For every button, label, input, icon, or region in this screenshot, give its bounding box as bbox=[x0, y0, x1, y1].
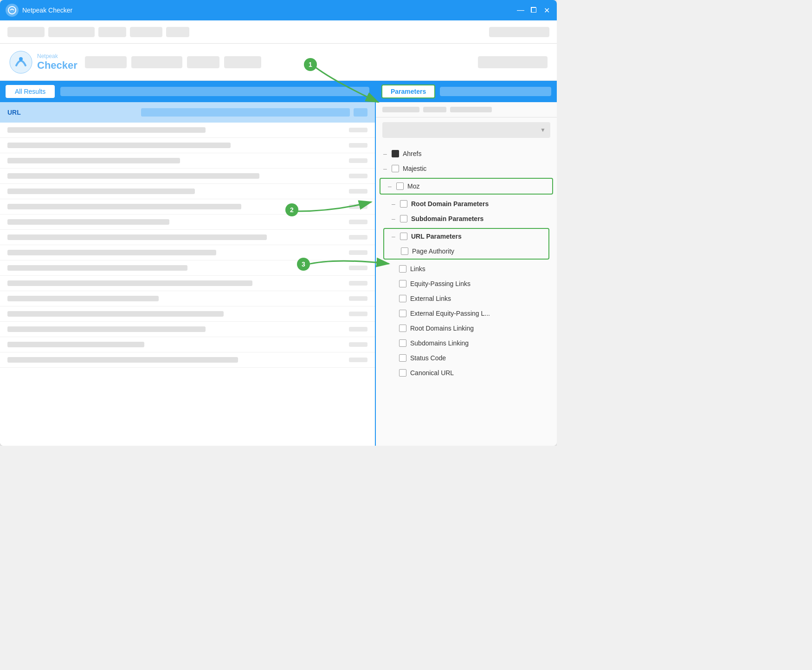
param-root-domains-linking[interactable]: Root Domains Linking bbox=[376, 321, 557, 336]
url-params-label: URL Parameters bbox=[411, 233, 462, 240]
moz-label: Moz bbox=[407, 182, 419, 190]
params-dropdown[interactable]: ▼ bbox=[382, 122, 550, 138]
subdomain-dash: – bbox=[391, 215, 396, 222]
table-row bbox=[0, 306, 375, 322]
toolbar-ph-4 bbox=[130, 27, 162, 37]
links-checkbox[interactable] bbox=[399, 265, 406, 273]
window-title: Netpeak Checker bbox=[22, 7, 516, 14]
app-logo-icon bbox=[6, 4, 19, 17]
moz-dash: – bbox=[387, 182, 393, 190]
table-body[interactable] bbox=[0, 123, 375, 446]
root-domain-dash: – bbox=[391, 200, 396, 208]
sub-ph-2 bbox=[423, 107, 446, 112]
param-status-code[interactable]: Status Code bbox=[376, 351, 557, 365]
table-row bbox=[0, 291, 375, 306]
params-subheader bbox=[376, 102, 557, 117]
col-ph2 bbox=[354, 108, 367, 117]
page-authority-checkbox[interactable] bbox=[401, 247, 408, 255]
table-row bbox=[0, 215, 375, 230]
table-row bbox=[0, 322, 375, 337]
table-row bbox=[0, 260, 375, 276]
table-row bbox=[0, 153, 375, 169]
param-subdomains-linking[interactable]: Subdomains Linking bbox=[376, 336, 557, 351]
param-external-links[interactable]: External Links bbox=[376, 291, 557, 306]
maximize-button[interactable]: ⧠ bbox=[529, 6, 538, 15]
canonical-url-label: Canonical URL bbox=[410, 369, 454, 377]
toolbar-ph-3 bbox=[98, 27, 126, 37]
app-logo: Netpeak Checker bbox=[9, 51, 77, 74]
param-equity-passing[interactable]: Equity-Passing Links bbox=[376, 276, 557, 291]
table-row bbox=[0, 184, 375, 199]
header-ph-3 bbox=[187, 56, 219, 68]
close-button[interactable]: ✕ bbox=[542, 6, 551, 15]
ahrefs-dash: – bbox=[382, 150, 388, 157]
table-row bbox=[0, 169, 375, 184]
status-code-label: Status Code bbox=[410, 354, 446, 362]
params-list: – Ahrefs – Majestic – bbox=[376, 143, 557, 446]
tab-parameters[interactable]: Parameters bbox=[381, 85, 435, 98]
table-row bbox=[0, 123, 375, 138]
header-ph-1 bbox=[85, 56, 127, 68]
param-links[interactable]: Links bbox=[376, 261, 557, 276]
sub-ph-3 bbox=[450, 107, 492, 112]
root-domains-linking-label: Root Domains Linking bbox=[410, 325, 474, 332]
subdomain-checkbox[interactable] bbox=[400, 215, 407, 222]
param-majestic[interactable]: – Majestic bbox=[376, 161, 557, 176]
ahrefs-checkbox[interactable] bbox=[392, 150, 399, 157]
tabs-bar: All Results bbox=[0, 81, 375, 102]
moz-group-highlighted: – Moz bbox=[380, 178, 553, 195]
url-params-checkbox[interactable] bbox=[400, 233, 407, 240]
param-page-authority[interactable]: Page Authority bbox=[384, 244, 548, 259]
table-row bbox=[0, 138, 375, 153]
toolbar-ph-2 bbox=[48, 27, 95, 37]
tab-placeholder bbox=[60, 87, 369, 96]
param-url-parameters[interactable]: – URL Parameters bbox=[384, 229, 548, 244]
moz-checkbox[interactable] bbox=[396, 182, 404, 190]
param-ahrefs[interactable]: – Ahrefs bbox=[376, 146, 557, 161]
param-root-domain[interactable]: – Root Domain Parameters bbox=[376, 196, 557, 211]
ahrefs-label: Ahrefs bbox=[403, 150, 421, 157]
table-row bbox=[0, 230, 375, 245]
root-domain-checkbox[interactable] bbox=[400, 200, 407, 208]
toolbar-ph-5 bbox=[166, 27, 189, 37]
toolbar bbox=[0, 20, 557, 44]
subdomains-linking-label: Subdomains Linking bbox=[410, 339, 469, 347]
external-equity-checkbox[interactable] bbox=[399, 310, 406, 317]
logo-text: Netpeak Checker bbox=[37, 53, 77, 72]
param-external-equity[interactable]: External Equity-Passing L... bbox=[376, 306, 557, 321]
subdomain-label: Subdomain Parameters bbox=[411, 215, 483, 222]
equity-passing-checkbox[interactable] bbox=[399, 280, 406, 287]
root-domains-linking-checkbox[interactable] bbox=[399, 325, 406, 332]
param-moz[interactable]: – Moz bbox=[380, 179, 552, 194]
header-placeholders bbox=[85, 56, 548, 68]
toolbar-ph-1 bbox=[7, 27, 45, 37]
logo-bottom: Checker bbox=[37, 59, 77, 72]
svg-point-1 bbox=[10, 51, 32, 73]
dropdown-arrow-icon: ▼ bbox=[540, 127, 546, 133]
svg-point-0 bbox=[8, 7, 16, 14]
header-ph-4 bbox=[224, 56, 261, 68]
majestic-dash: – bbox=[382, 165, 388, 172]
table-row bbox=[0, 337, 375, 352]
external-links-label: External Links bbox=[410, 295, 451, 302]
main-content: All Results URL bbox=[0, 81, 557, 446]
sub-ph-1 bbox=[382, 107, 419, 112]
external-links-checkbox[interactable] bbox=[399, 295, 406, 302]
tab-all-results[interactable]: All Results bbox=[6, 85, 55, 98]
subdomains-linking-checkbox[interactable] bbox=[399, 339, 406, 347]
majestic-checkbox[interactable] bbox=[392, 165, 399, 172]
external-equity-label: External Equity-Passing L... bbox=[410, 310, 490, 317]
param-subdomain[interactable]: – Subdomain Parameters bbox=[376, 211, 557, 226]
param-canonical-url[interactable]: Canonical URL bbox=[376, 365, 557, 380]
logo-top: Netpeak bbox=[37, 53, 77, 59]
minimize-button[interactable]: — bbox=[516, 6, 525, 15]
canonical-url-checkbox[interactable] bbox=[399, 369, 406, 377]
status-code-checkbox[interactable] bbox=[399, 354, 406, 362]
table-row bbox=[0, 245, 375, 260]
header-ph-2 bbox=[131, 56, 182, 68]
majestic-label: Majestic bbox=[403, 165, 426, 172]
table-header: URL bbox=[0, 102, 375, 123]
url-params-dash: – bbox=[391, 233, 396, 240]
col-ph bbox=[141, 108, 350, 117]
header-ph-right bbox=[478, 56, 548, 68]
